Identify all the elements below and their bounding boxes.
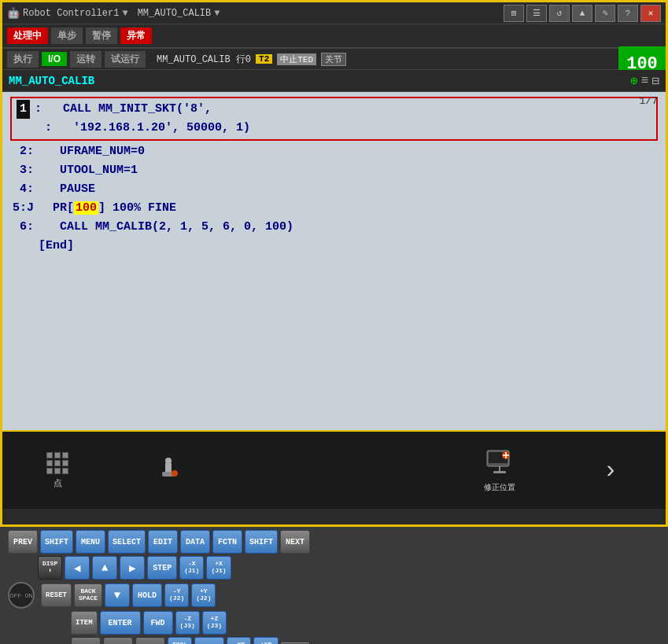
highlight-100: 100	[74, 201, 98, 215]
prog-bar: MM_AUTO_CALIB ⊕ ≡ ⊟	[2, 70, 666, 92]
close-btn[interactable]: ✕	[640, 5, 661, 22]
code-line-5: 5:J PR[100] 100% FINE	[10, 199, 658, 218]
status-step[interactable]: 单步	[51, 28, 83, 44]
up-arrow-btn[interactable]: ▲	[92, 556, 117, 580]
code-line-selected[interactable]: 1 : CALL MM_INIT_SKT('8', : '192.168.1.2…	[10, 97, 658, 141]
kbd-row-2: DISP⬆ ◀ ▲ ▶ STEP -X(J1) +X(J1)	[38, 556, 660, 580]
key-7[interactable]: 7	[71, 637, 101, 644]
prev-btn[interactable]: PREV	[8, 530, 38, 554]
chevron-right-icon: ›	[603, 456, 618, 485]
status-bar-row2: 执行 I/O 运转 试运行 MM_AUTO_CALIB 行0 T2 中止TED …	[2, 48, 666, 70]
status-processing[interactable]: 处理中	[7, 28, 48, 44]
status-run[interactable]: 运转	[70, 51, 101, 68]
edit-btn[interactable]: EDIT	[148, 530, 178, 554]
tag-t2: T2	[256, 54, 272, 64]
status-execute[interactable]: 执行	[7, 51, 39, 68]
backspace-btn[interactable]: BACKSPACE	[74, 583, 102, 607]
line-num-1: 1	[17, 100, 30, 119]
status-bar-row1: 处理中 单步 暂停 异常	[2, 24, 666, 48]
code-line-2: 2: UFRAME_NUM=0	[10, 142, 658, 161]
toolbar-position-btn[interactable]: 修正位置	[468, 447, 531, 493]
reset-btn[interactable]: RESET	[41, 583, 72, 607]
shift-left-btn[interactable]: SHIFT	[40, 530, 73, 554]
svg-point-2	[165, 458, 172, 464]
toolbar-grid-btn[interactable]: 点	[26, 452, 89, 489]
bottom-toolbar: 点	[2, 430, 666, 509]
item-btn[interactable]: ITEM	[71, 611, 98, 635]
minus-z-btn[interactable]: -Z(J3)	[175, 611, 200, 635]
enter-btn[interactable]: ENTER	[100, 611, 141, 635]
data-btn[interactable]: DATA	[180, 530, 210, 554]
select-btn[interactable]: SELECT	[108, 530, 146, 554]
toolbar-label-position: 修正位置	[484, 482, 515, 493]
left-arrow-btn[interactable]: ◀	[65, 556, 90, 580]
next-btn[interactable]: NEXT	[280, 530, 310, 554]
toolbar-robot-btn[interactable]	[137, 456, 200, 484]
fwd-btn[interactable]: FWD	[143, 611, 173, 635]
plus-y-btn[interactable]: +Y(J2)	[191, 583, 216, 607]
line-num-5: 5:J	[10, 199, 34, 218]
reset-btn[interactable]: ↺	[549, 5, 570, 22]
title-bar: 🤖 Robot Controller1 ▼ MM_AUTO_CALIB ▼ ⊞ …	[2, 2, 666, 24]
hold-btn[interactable]: HOLD	[132, 583, 162, 607]
minus-xr-btn[interactable]: -XR(J4)	[227, 637, 251, 644]
key-9[interactable]: 9	[135, 637, 165, 644]
robot-icon: 🤖	[7, 7, 20, 20]
toolbar-label-point: 点	[54, 477, 62, 489]
kbd-row-1: PREV SHIFT MENU SELECT EDIT DATA FCTN SH…	[8, 530, 660, 554]
menu-icon[interactable]: ≡	[641, 74, 649, 88]
code-line-end: [End]	[10, 237, 658, 256]
svg-rect-7	[493, 471, 506, 473]
pen-btn[interactable]: ✎	[595, 5, 615, 22]
grid-icon	[46, 452, 68, 474]
status-pause[interactable]: 暂停	[86, 28, 117, 44]
robot-arm-icon	[154, 456, 183, 484]
kbd-row-5: 7 8 9 TOOL1 BWD -XR(J4) +XR(J4) POSN	[71, 637, 660, 644]
status-program-name: MM_AUTO_CALIB 行0	[157, 53, 251, 66]
svg-point-3	[172, 470, 178, 477]
keyboard-area: PREV SHIFT MENU SELECT EDIT DATA FCTN SH…	[0, 527, 668, 644]
plus-z-btn[interactable]: +Z(J3)	[202, 611, 227, 635]
status-io[interactable]: I/O	[42, 52, 67, 66]
bwd-btn[interactable]: BWD	[194, 637, 224, 644]
page-num: 1/7	[640, 95, 658, 107]
up-btn[interactable]: ▲	[572, 5, 592, 22]
shift-right-btn[interactable]: SHIFT	[245, 530, 278, 554]
plus-xr-btn[interactable]: +XR(J4)	[253, 637, 278, 644]
split-icon[interactable]: ⊟	[651, 73, 659, 89]
status-error[interactable]: 异常	[120, 28, 152, 44]
line-num-6: 6:	[10, 218, 34, 237]
list-view-btn[interactable]: ☰	[526, 5, 547, 22]
toolbar-next-btn[interactable]: ›	[579, 456, 642, 485]
code-line-6: 6: CALL MM_CALIB(2, 1, 5, 6, 0, 100)	[10, 218, 658, 237]
title-arrow1: ▼	[122, 8, 127, 19]
zoom-plus-icon[interactable]: ⊕	[630, 73, 638, 89]
code-line-4: 4: PAUSE	[10, 180, 658, 199]
step-btn[interactable]: STEP	[147, 556, 177, 580]
code-line-3: 3: UTOOL_NUM=1	[10, 161, 658, 180]
down-arrow-btn[interactable]: ▼	[105, 583, 130, 607]
plus-x-btn[interactable]: +X(J1)	[206, 556, 231, 580]
right-arrow-btn[interactable]: ▶	[120, 556, 145, 580]
line-content-1b: : '192.168.1.20', 50000, 1)	[45, 119, 250, 138]
tag-stop: 中止TED	[277, 53, 316, 65]
key-8[interactable]: 8	[103, 637, 133, 644]
minus-y-btn[interactable]: -Y(J2)	[164, 583, 189, 607]
power-circle-btn[interactable]: OFF ON	[8, 582, 35, 609]
status-test-run[interactable]: 试运行	[105, 51, 146, 68]
title-arrow2: ▼	[214, 8, 220, 19]
menu-btn[interactable]: MENU	[76, 530, 105, 554]
disp-btn[interactable]: DISP⬆	[38, 556, 62, 580]
position-icon	[485, 447, 514, 482]
minus-x-btn[interactable]: -X(J1)	[179, 556, 204, 580]
tool1-btn[interactable]: TOOL1	[168, 637, 192, 644]
kbd-row-4: ITEM ENTER FWD -Z(J3) +Z(J3)	[71, 611, 660, 635]
title-robot-name: Robot Controller1	[23, 8, 119, 19]
grid-view-btn[interactable]: ⊞	[504, 5, 524, 22]
code-area: 1/7 1 : CALL MM_INIT_SKT('8', : '192.168…	[2, 92, 666, 430]
fctn-btn[interactable]: FCTN	[212, 530, 242, 554]
status-info: MM_AUTO_CALIB 行0 T2 中止TED 关节	[157, 53, 346, 66]
line-num-4: 4:	[10, 180, 34, 199]
help-btn[interactable]: ?	[618, 5, 638, 22]
prog-name: MM_AUTO_CALIB	[9, 75, 94, 87]
